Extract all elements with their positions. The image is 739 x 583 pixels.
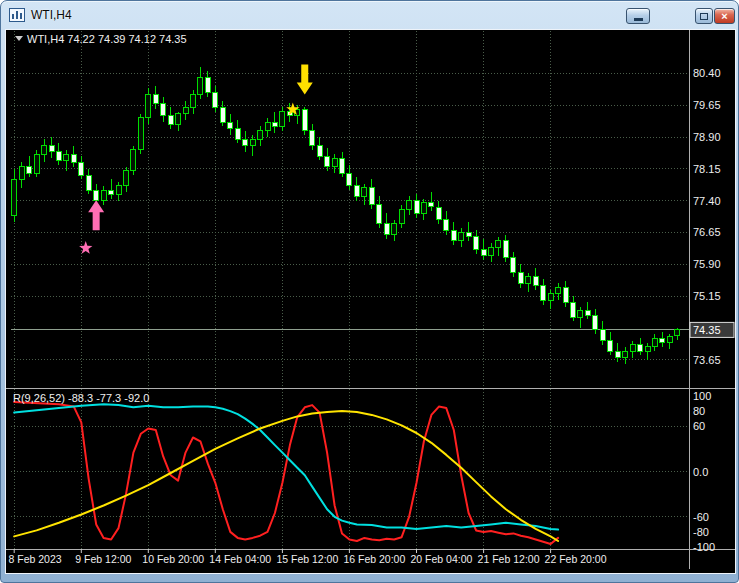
- price-axis-label: 75.15: [693, 290, 721, 302]
- indicator-axis-label: -60: [693, 511, 709, 523]
- symbol-dropdown-icon[interactable]: [15, 36, 23, 41]
- trade-markers: [79, 65, 313, 254]
- time-axis-label: 10 Feb 20:00: [142, 553, 204, 565]
- window-chart-icon: [9, 8, 25, 22]
- indicator-axis-label: 100: [693, 390, 711, 402]
- ohlc-info-label: WTI,H4 74.22 74.39 74.12 74.35: [27, 33, 187, 45]
- chart-canvas[interactable]: 80.4079.6578.9078.1577.4076.6575.9075.15…: [6, 30, 735, 573]
- time-axis-label: 22 Feb 20:00: [545, 553, 607, 565]
- grid: [11, 31, 689, 549]
- candlesticks: [12, 67, 680, 364]
- indicator-axis-label: -80: [693, 526, 709, 538]
- time-axis-label: 21 Feb 12:00: [478, 553, 540, 565]
- time-axis-label: 9 Feb 12:00: [75, 553, 131, 565]
- overlay-labels: WTI,H4 74.22 74.39 74.12 74.35R(9,26,52)…: [13, 33, 187, 404]
- price-axis-label: 76.65: [693, 226, 721, 238]
- price-axis-label: 78.15: [693, 163, 721, 175]
- chart-window: WTI,H4 × 80.4079.6578.9078.1577.4076.657…: [0, 0, 739, 583]
- r9-line: [14, 402, 558, 544]
- minimize-icon: [634, 18, 643, 21]
- window-title: WTI,H4: [31, 8, 72, 22]
- titlebar[interactable]: WTI,H4 ×: [1, 1, 738, 29]
- restore-icon: [700, 13, 708, 20]
- time-axis-label: 15 Feb 12:00: [276, 553, 338, 565]
- close-icon: ×: [721, 11, 727, 22]
- time-axis-label: 16 Feb 20:00: [343, 553, 405, 565]
- minimize-button[interactable]: [626, 8, 650, 24]
- price-axis-label: 79.65: [693, 99, 721, 111]
- price-axis-label: 78.90: [693, 131, 721, 143]
- indicator-axis-label: -100: [693, 541, 715, 553]
- buy-arrow: [88, 200, 104, 230]
- price-axis-label: 73.65: [693, 354, 721, 366]
- price-axis-label: 75.90: [693, 258, 721, 270]
- current-price-label: 74.35: [693, 324, 721, 336]
- chart-client-area: 80.4079.6578.9078.1577.4076.6575.9075.15…: [5, 29, 736, 574]
- price-axis-label: 77.40: [693, 195, 721, 207]
- time-axis-label: 20 Feb 04:00: [411, 553, 473, 565]
- time-axis[interactable]: 8 Feb 20239 Feb 12:0010 Feb 20:0014 Feb …: [9, 549, 607, 565]
- indicator-axis-label: 60: [693, 420, 705, 432]
- close-button[interactable]: ×: [714, 8, 735, 24]
- time-axis-label: 8 Feb 2023: [9, 553, 62, 565]
- indicator-info-label: R(9,26,52) -88.3 -77.3 -92.0: [13, 392, 149, 404]
- indicator-axis-label: 0.0: [693, 466, 708, 478]
- price-axis[interactable]: 80.4079.6578.9078.1577.4076.6575.9075.15…: [690, 67, 734, 365]
- pane-frames: [6, 30, 735, 569]
- price-axis-label: 80.40: [693, 67, 721, 79]
- sell-arrow: [297, 65, 313, 95]
- indicator-axis[interactable]: 10080600.0-60-80-100: [693, 390, 715, 553]
- oscillator-pane: [14, 402, 558, 544]
- indicator-axis-label: 80: [693, 405, 705, 417]
- time-axis-label: 14 Feb 04:00: [209, 553, 271, 565]
- restore-button[interactable]: [695, 8, 713, 24]
